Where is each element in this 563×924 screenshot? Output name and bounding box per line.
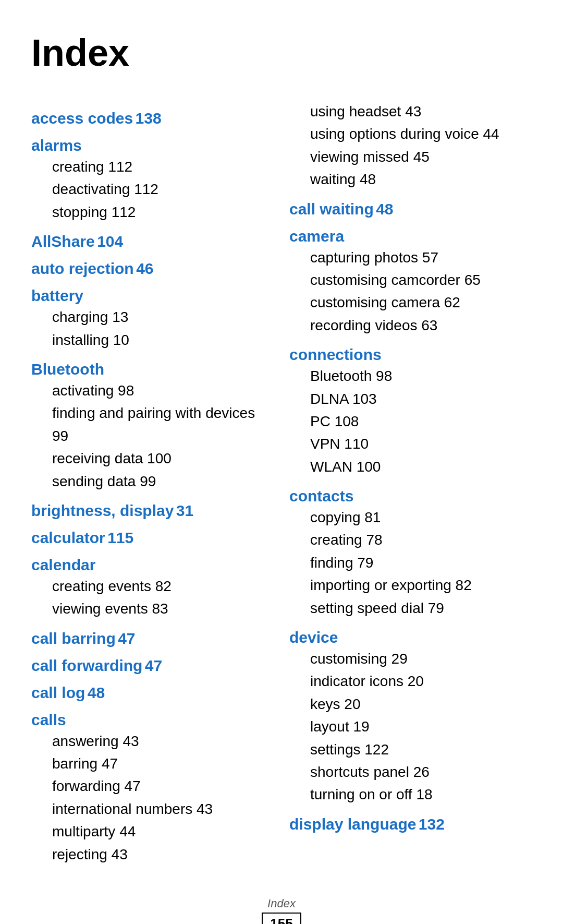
- list-item: deactivating 112: [52, 178, 274, 200]
- list-item: WLAN 100: [310, 455, 532, 478]
- page-number: 47: [118, 630, 135, 647]
- footer: Index 155: [31, 897, 532, 924]
- index-entry: display language 132: [289, 815, 532, 833]
- page-number: 104: [97, 233, 123, 250]
- index-heading: access codes: [31, 110, 133, 127]
- index-entry: call barring 47: [31, 630, 274, 647]
- index-heading: calendar: [31, 556, 95, 573]
- list-item: layout 19: [310, 715, 532, 738]
- list-item: multiparty 44: [52, 820, 274, 843]
- index-heading: Bluetooth: [31, 361, 104, 378]
- list-item: capturing photos 57: [310, 246, 532, 269]
- list-item: charging 13: [52, 306, 274, 328]
- index-entry: alarms: [31, 137, 274, 154]
- index-entry: calculator 115: [31, 529, 274, 547]
- page-number: 132: [419, 815, 445, 833]
- list-item: copying 81: [310, 506, 532, 529]
- list-item: creating 78: [310, 529, 532, 551]
- index-heading: call waiting: [289, 200, 374, 218]
- index-heading: auto rejection: [31, 260, 134, 277]
- list-item: customising 29: [310, 647, 532, 670]
- list-item: using options during voice 44: [310, 123, 532, 145]
- page-number: 47: [145, 657, 162, 674]
- page-title: Index: [31, 31, 532, 74]
- index-heading: battery: [31, 287, 83, 304]
- list-item: DLNA 103: [310, 388, 532, 410]
- list-item: rejecting 43: [52, 843, 274, 866]
- index-heading: calculator: [31, 529, 105, 546]
- list-item: sending data 99: [52, 470, 274, 493]
- page-number: 46: [136, 260, 153, 277]
- list-item: keys 20: [310, 693, 532, 715]
- list-item: customising camcorder 65: [310, 269, 532, 291]
- index-heading: camera: [289, 227, 344, 245]
- left-column: access codes 138alarmscreating 112deacti…: [31, 100, 289, 866]
- index-entry: device: [289, 629, 532, 646]
- right-column: using headset 43using options during voi…: [289, 100, 532, 866]
- index-entry: connections: [289, 346, 532, 364]
- list-item: indicator icons 20: [310, 670, 532, 692]
- index-heading: connections: [289, 346, 382, 363]
- index-heading: AllShare: [31, 233, 95, 250]
- index-entry: AllShare 104: [31, 233, 274, 250]
- list-item: viewing missed 45: [310, 146, 532, 168]
- list-item: setting speed dial 79: [310, 597, 532, 619]
- page-number: 48: [376, 200, 393, 218]
- list-item: settings 122: [310, 738, 532, 761]
- list-item: installing 10: [52, 329, 274, 351]
- index-entry: camera: [289, 227, 532, 245]
- index-entry: call waiting 48: [289, 200, 532, 218]
- index-heading: calls: [31, 711, 66, 728]
- list-item: finding and pairing with devices 99: [52, 402, 274, 447]
- index-entry: battery: [31, 287, 274, 305]
- list-item: VPN 110: [310, 433, 532, 455]
- index-entry: brightness, display 31: [31, 502, 274, 520]
- index-entry: call log 48: [31, 684, 274, 702]
- index-heading: call log: [31, 684, 85, 701]
- index-heading: device: [289, 629, 338, 646]
- index-entry: auto rejection 46: [31, 260, 274, 278]
- index-content: access codes 138alarmscreating 112deacti…: [31, 100, 532, 866]
- list-item: using headset 43: [310, 100, 532, 123]
- page-number: 48: [88, 684, 105, 701]
- index-heading: display language: [289, 815, 416, 833]
- list-item: creating events 82: [52, 575, 274, 597]
- footer-page: 155: [262, 913, 301, 924]
- index-entry: Bluetooth: [31, 361, 274, 378]
- page-number: 138: [136, 110, 162, 127]
- list-item: stopping 112: [52, 201, 274, 223]
- footer-label: Index: [31, 897, 532, 910]
- list-item: turning on or off 18: [310, 783, 532, 806]
- list-item: receiving data 100: [52, 447, 274, 470]
- list-item: customising camera 62: [310, 291, 532, 314]
- list-item: importing or exporting 82: [310, 574, 532, 596]
- index-heading: contacts: [289, 487, 353, 505]
- list-item: finding 79: [310, 551, 532, 574]
- list-item: barring 47: [52, 752, 274, 775]
- list-item: waiting 48: [310, 168, 532, 190]
- list-item: PC 108: [310, 410, 532, 433]
- index-heading: call barring: [31, 630, 116, 647]
- index-heading: call forwarding: [31, 657, 142, 674]
- list-item: Bluetooth 98: [310, 365, 532, 387]
- list-item: viewing events 83: [52, 597, 274, 620]
- index-heading: brightness, display: [31, 502, 174, 519]
- list-item: activating 98: [52, 379, 274, 402]
- index-entry: contacts: [289, 487, 532, 505]
- index-entry: call forwarding 47: [31, 657, 274, 675]
- list-item: international numbers 43: [52, 798, 274, 820]
- index-heading: alarms: [31, 137, 82, 154]
- list-item: forwarding 47: [52, 775, 274, 797]
- index-entry: calendar: [31, 556, 274, 574]
- index-entry: calls: [31, 711, 274, 729]
- list-item: recording videos 63: [310, 314, 532, 337]
- index-entry: access codes 138: [31, 110, 274, 127]
- list-item: shortcuts panel 26: [310, 761, 532, 783]
- page-number: 115: [107, 529, 133, 546]
- list-item: answering 43: [52, 730, 274, 752]
- list-item: creating 112: [52, 155, 274, 178]
- page-number: 31: [176, 502, 193, 519]
